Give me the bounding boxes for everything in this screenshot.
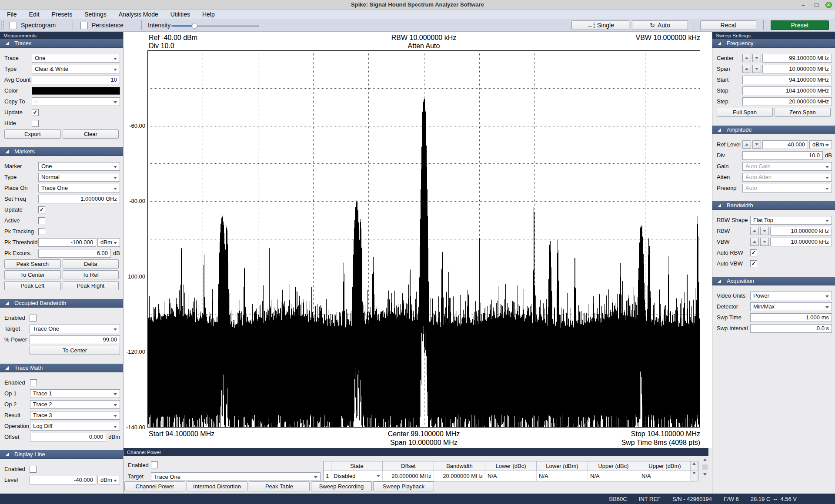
ref-level-input[interactable]: -40.000 — [762, 140, 808, 149]
rbw-step-up-button[interactable] — [750, 227, 759, 235]
stop-input[interactable]: 104.100000 MHz — [742, 86, 832, 95]
detector-select[interactable]: Min/Max — [750, 302, 832, 311]
target-select[interactable]: Trace One — [30, 325, 120, 333]
section-header-traces[interactable]: Traces — [0, 39, 123, 48]
menu-presets[interactable]: Presets — [46, 11, 78, 18]
rbw-shape-select[interactable]: Flat Top — [750, 216, 832, 225]
table-scrollbar[interactable] — [691, 461, 698, 471]
section-header-acquisition[interactable]: Acquisition — [712, 277, 835, 285]
hide-checkbox[interactable] — [32, 120, 39, 127]
swp-time-input[interactable]: 1.000 ms — [750, 313, 832, 322]
menu-help[interactable]: Help — [196, 11, 221, 18]
section-header-frequency[interactable]: Frequency — [712, 39, 835, 48]
menu-settings[interactable]: Settings — [78, 11, 113, 18]
close-button[interactable]: ✕ — [825, 1, 832, 8]
tab-sweep-playback[interactable]: Sweep Playback — [373, 481, 434, 491]
intensity-slider-thumb[interactable] — [192, 23, 197, 29]
tab-intermod-distortion[interactable]: Intermod Distortion — [187, 481, 247, 491]
to-center-button[interactable]: To Center — [4, 270, 61, 279]
pk-excurs-input[interactable]: 6.00 — [38, 249, 111, 258]
scroll-down-icon[interactable] — [703, 473, 707, 476]
rbw-input[interactable]: 10.000000 kHz — [770, 227, 832, 235]
set-freq-input[interactable]: 1.000000 GHz — [38, 195, 120, 203]
enabled-checkbox[interactable] — [30, 315, 37, 322]
copy-to-select[interactable]: -- — [32, 97, 120, 106]
center-step-down-button[interactable] — [752, 54, 761, 62]
ref-level-step-down-button[interactable] — [752, 140, 761, 149]
peak-search-button[interactable]: Peak Search — [4, 259, 61, 269]
export-button[interactable]: Export — [4, 129, 61, 139]
span-step-down-button[interactable] — [752, 65, 761, 73]
preset-button[interactable]: Preset — [771, 20, 829, 30]
level-input[interactable]: -40.000 — [30, 476, 96, 484]
section-header-display-line[interactable]: Display Line — [0, 450, 123, 459]
div-input[interactable]: 10.0 — [742, 151, 823, 160]
gain-select[interactable]: Auto Gain — [742, 162, 832, 171]
clear-button[interactable]: Clear — [63, 129, 119, 139]
step-input[interactable]: 20.000000 MHz — [742, 97, 832, 106]
scroll-up-icon[interactable] — [692, 462, 696, 465]
pk-tracking-checkbox[interactable] — [38, 228, 45, 235]
menu-utilities[interactable]: Utilities — [164, 11, 196, 18]
auto-vbw-checkbox[interactable]: ✓ — [750, 260, 757, 267]
vbw-step-up-button[interactable] — [750, 238, 759, 246]
trace-select[interactable]: One — [32, 54, 120, 63]
spectrogram-checkbox[interactable] — [10, 22, 17, 29]
peak-left-button[interactable]: Peak Left — [4, 281, 61, 290]
preamp-select[interactable]: Auto — [742, 184, 832, 192]
place-on-select[interactable]: Trace One — [38, 184, 120, 192]
table-scrollbar[interactable] — [691, 471, 698, 481]
to-ref-button[interactable]: To Ref — [63, 270, 119, 279]
vbw-step-down-button[interactable] — [760, 238, 769, 246]
span-step-up-button[interactable] — [742, 65, 751, 73]
full-span-button[interactable]: Full Span — [717, 108, 773, 117]
minimize-button[interactable]: – — [799, 1, 807, 8]
op-1-select[interactable]: Trace 1 — [30, 389, 120, 398]
avg-count-input[interactable]: 10 — [32, 76, 120, 84]
toolbar-grip-handle[interactable] — [1, 20, 5, 30]
start-input[interactable]: 94.100000 MHz — [742, 76, 832, 84]
section-header-amplitude[interactable]: Amplitude — [712, 126, 835, 134]
swp-interval-input[interactable]: 0.0 s — [750, 324, 832, 333]
type-select[interactable]: Clear & Write — [32, 65, 120, 73]
menu-file[interactable]: File — [1, 11, 23, 18]
tab-channel-power[interactable]: Channel Power — [124, 481, 185, 491]
color-swatch[interactable] — [32, 87, 120, 95]
rbw-step-down-button[interactable] — [760, 227, 769, 235]
channel-power-enabled-checkbox[interactable] — [151, 461, 158, 468]
video-units-select[interactable]: Power — [750, 292, 832, 300]
update-checkbox[interactable]: ✓ — [32, 109, 39, 116]
intensity-slider[interactable] — [171, 25, 259, 27]
pk-threshold-input[interactable]: -100.000 — [38, 238, 96, 247]
enabled-checkbox[interactable] — [30, 466, 37, 473]
to-center-button[interactable]: To Center — [30, 346, 120, 355]
op-2-select[interactable]: Trace 2 — [30, 400, 120, 409]
restore-button[interactable] — [812, 1, 820, 8]
center-input[interactable]: 99.100000 MHz — [762, 54, 832, 63]
active-checkbox[interactable] — [38, 217, 45, 224]
center-step-up-button[interactable] — [742, 54, 751, 62]
power-input[interactable]: 99.00 — [30, 335, 120, 344]
ref-level-step-up-button[interactable] — [742, 140, 751, 149]
tab-sweep-recording[interactable]: Sweep Recording — [311, 481, 372, 491]
section-header-occupied-bandwidth[interactable]: Occupied Bandwidth — [0, 299, 123, 308]
type-select[interactable]: Normal — [38, 173, 120, 182]
tab-peak-table[interactable]: Peak Table — [249, 481, 310, 491]
channel-power-target-select[interactable]: Trace One — [151, 472, 321, 481]
offset-input[interactable]: 0.000 — [30, 433, 106, 441]
section-header-trace-math[interactable]: Trace Math — [0, 364, 123, 372]
state-select[interactable]: Disabled — [331, 471, 383, 481]
scroll-down-icon[interactable] — [692, 472, 696, 474]
ref-level-unit-select[interactable]: dBm — [809, 140, 832, 149]
vbw-input[interactable]: 10.000000 kHz — [770, 238, 832, 246]
update-checkbox[interactable]: ✓ — [38, 206, 45, 213]
pk-threshold-unit-select[interactable]: dBm — [97, 238, 120, 247]
auto-rbw-checkbox[interactable]: ✓ — [750, 249, 757, 256]
zero-span-button[interactable]: Zero Span — [775, 108, 831, 117]
menu-analysis-mode[interactable]: Analysis Mode — [113, 11, 164, 18]
recal-button[interactable]: Recal — [700, 20, 756, 30]
single-sweep-button[interactable]: → Single — [571, 20, 629, 30]
delta-button[interactable]: Delta — [63, 259, 119, 269]
panel-scrollbar[interactable] — [701, 458, 709, 491]
level-unit-select[interactable]: dBm — [97, 476, 120, 484]
